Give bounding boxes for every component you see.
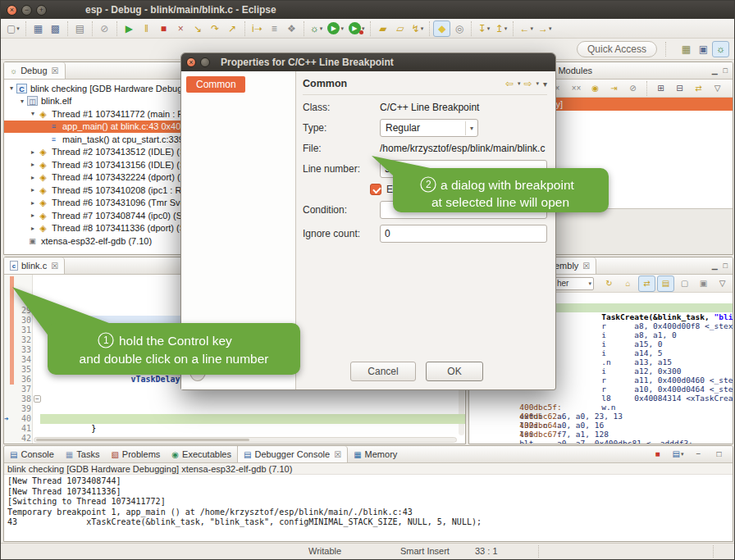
chevron-down-icon[interactable]: ▾ <box>487 25 491 32</box>
collapse-all-button[interactable]: ⊟ <box>671 80 688 97</box>
ignore-count-field[interactable] <box>380 225 547 243</box>
tree-expander-icon[interactable]: ▸ <box>29 186 37 193</box>
maximize-icon[interactable]: □ <box>724 66 728 75</box>
open-perspective-button[interactable]: ▦ <box>678 41 695 57</box>
trace-control-button[interactable]: ❖ <box>283 20 300 37</box>
sync-selection-button[interactable]: ⇄ <box>638 275 655 292</box>
tab-console[interactable]: ▤ Console <box>4 446 60 462</box>
home-button[interactable]: ⌂ <box>619 275 637 292</box>
forward-icon[interactable]: ⇨ <box>523 78 532 89</box>
disconnect-button[interactable]: × <box>172 20 189 37</box>
code-line[interactable]: 45 <box>4 434 465 444</box>
debug-perspective-button[interactable]: ☼ <box>712 41 729 57</box>
remove-all-button[interactable]: ×× <box>568 80 585 97</box>
refresh-button[interactable]: ↻ <box>600 275 618 292</box>
step-into-button[interactable]: ↘ <box>189 20 207 37</box>
link-editor-button[interactable]: ◎ <box>450 20 468 37</box>
chevron-down-icon[interactable]: ▾ <box>340 25 344 32</box>
pin-view-button[interactable]: ▣ <box>695 275 712 292</box>
chevron-down-icon[interactable]: ▾ <box>518 80 521 87</box>
ok-button[interactable]: OK <box>426 362 483 381</box>
dialog-titlebar[interactable]: × Properties for C/C++ Line Breakpoint <box>181 53 555 71</box>
tree-expander-icon[interactable]: ▸ <box>29 225 37 232</box>
cancel-button[interactable]: Cancel <box>350 362 416 381</box>
save-button[interactable]: ▦ <box>30 20 47 37</box>
chevron-down-icon[interactable]: ▾ <box>536 80 539 87</box>
external-tools-button[interactable]: ▶ ▾ <box>346 20 368 37</box>
debug-button[interactable]: ☼ ▾ <box>308 20 326 37</box>
window-minimize-button[interactable]: − <box>21 5 32 16</box>
chevron-down-icon[interactable]: ▾ <box>320 25 323 32</box>
goto-file-button[interactable]: ⇥ <box>605 80 623 97</box>
quick-access-button[interactable]: Quick Access <box>577 41 657 57</box>
line-number[interactable]: 43 <box>14 444 31 444</box>
new-button[interactable]: ▢ ▾ <box>4 20 22 37</box>
view-menu-button[interactable]: ▽ <box>714 275 731 292</box>
minimize-button[interactable]: − <box>690 446 707 462</box>
close-icon[interactable]: ☒ <box>51 262 58 271</box>
code-line[interactable]: 41 − void app_main() <box>4 394 465 404</box>
sidebar-item-common[interactable]: Common <box>186 76 245 93</box>
goto-last-edit-button[interactable]: ↥ ▾ <box>492 20 509 37</box>
forward-button[interactable]: → ▾ <box>536 20 555 37</box>
tree-expander-icon[interactable]: ▸ <box>29 174 37 181</box>
chevron-down-icon[interactable]: ▾ <box>16 25 20 32</box>
skip-all-button[interactable]: ⊘ <box>624 80 641 97</box>
tab-executables[interactable]: ◉ Executables <box>166 446 237 462</box>
new-view-button[interactable]: ▢ <box>676 275 693 292</box>
back-icon[interactable]: ⇦ <box>505 78 514 89</box>
step-over-button[interactable]: ↷ <box>207 20 224 37</box>
open-project-button[interactable]: ▰ <box>374 20 391 37</box>
tab-debugger-console[interactable]: ▤ Debugger Console ☒ <box>237 446 348 462</box>
save-all-button[interactable]: ▩ <box>47 20 64 37</box>
tree-expander-icon[interactable]: ▾ <box>7 84 16 92</box>
terminate-button[interactable]: ■ <box>155 20 172 37</box>
show-debug-sources-button[interactable]: ≡ <box>266 20 283 37</box>
view-menu-button[interactable]: ▽ <box>709 80 726 97</box>
tree-expander-icon[interactable]: ▸ <box>29 212 37 219</box>
window-close-button[interactable]: × <box>7 5 17 16</box>
view-menu-icon[interactable]: ▾ <box>543 80 547 89</box>
location-input[interactable]: her ▾ <box>555 277 594 290</box>
step-return-button[interactable]: ↗ <box>224 20 241 37</box>
chevron-down-icon[interactable]: ▾ <box>465 121 477 135</box>
tree-expander-icon[interactable]: ▸ <box>29 148 37 156</box>
tab-problems[interactable]: ▧ Problems <box>105 446 166 462</box>
show-source-button[interactable]: ▤ <box>657 275 674 292</box>
code-line[interactable]: 44 } <box>4 424 465 434</box>
console-output[interactable]: [New Thread 1073408744] [New Thread 1073… <box>4 475 733 541</box>
instruction-stepping-button[interactable]: i➝ <box>249 20 266 37</box>
code-line[interactable]: ➜ 43 xTaskCreate(&blink_task, "blink_tas… <box>4 414 465 424</box>
window-maximize-button[interactable]: + <box>36 5 47 16</box>
maximize-button[interactable]: □ <box>710 446 728 462</box>
tree-expander-icon[interactable]: ▸ <box>29 161 37 168</box>
tree-expander-icon[interactable]: ▾ <box>18 98 26 105</box>
cpp-perspective-button[interactable]: ▣ <box>695 41 712 57</box>
link-view-button[interactable]: ⇄ <box>690 80 707 97</box>
tree-expander-icon[interactable]: ▾ <box>29 110 37 117</box>
maximize-icon[interactable]: □ <box>724 262 728 270</box>
expand-all-button[interactable]: ⊞ <box>652 80 669 97</box>
tab-debug[interactable]: ☼ Debug ☒ <box>4 62 66 79</box>
back-button[interactable]: ← ▾ <box>517 20 536 37</box>
fold-marker-icon[interactable]: − <box>34 395 41 403</box>
tree-expander-icon[interactable]: ▸ <box>29 199 37 207</box>
flash-device-button[interactable]: ↯ ▾ <box>409 20 426 37</box>
close-icon[interactable]: ☒ <box>582 262 590 271</box>
display-console-button[interactable]: ▤ ▾ <box>669 446 687 462</box>
chevron-down-icon[interactable]: ▾ <box>421 25 424 32</box>
code-line[interactable]: 42 { <box>4 404 465 414</box>
type-dropdown[interactable]: Regular ▾ <box>380 119 478 137</box>
minimize-icon[interactable]: ▁ <box>712 66 718 75</box>
tab-blink-c[interactable]: c blink.c ☒ <box>4 257 65 274</box>
minimize-icon[interactable]: ▁ <box>712 262 718 270</box>
chevron-down-icon[interactable]: ▾ <box>588 280 591 287</box>
close-icon[interactable]: ☒ <box>52 66 59 75</box>
chevron-down-icon[interactable]: ▾ <box>549 25 552 32</box>
open-file-button[interactable]: ▱ <box>391 20 409 37</box>
toggle-highlight-button[interactable]: ◆ <box>433 20 450 37</box>
close-icon[interactable]: ☒ <box>334 450 341 459</box>
skip-breakpoints-button[interactable]: ⊘ <box>96 20 113 37</box>
tab-tasks[interactable]: ▦ Tasks <box>60 446 106 462</box>
chevron-down-icon[interactable]: ▾ <box>530 25 533 32</box>
